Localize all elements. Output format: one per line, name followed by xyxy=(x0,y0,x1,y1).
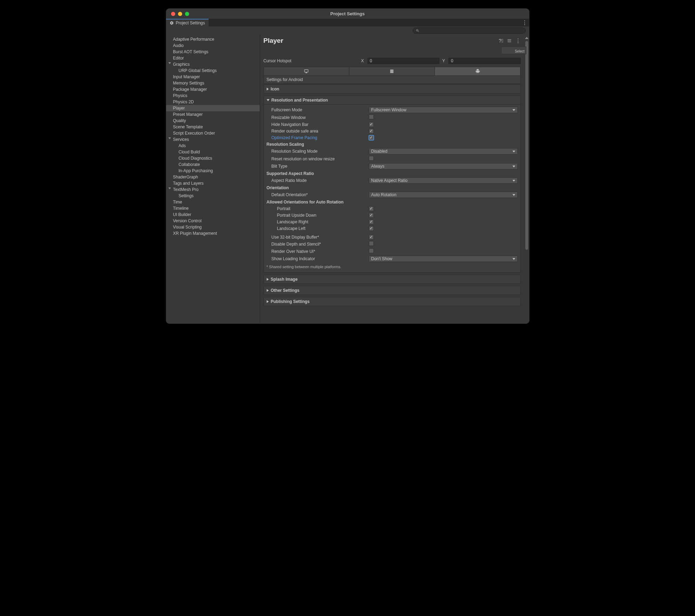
select-box[interactable]: Select xyxy=(501,47,524,54)
sidebar-item-scene-template[interactable]: Scene Template xyxy=(166,124,260,130)
scaling-mode-label: Resolution Scaling Mode xyxy=(272,149,369,154)
help-icon[interactable]: ?⃝ xyxy=(499,38,503,43)
sidebar-item-memory-settings[interactable]: Memory Settings xyxy=(166,80,260,86)
sidebar-item-preset-manager[interactable]: Preset Manager xyxy=(166,111,260,118)
sidebar-item-quality[interactable]: Quality xyxy=(166,118,260,124)
aspect-mode-label: Aspect Ratio Mode xyxy=(272,178,369,183)
render-over-checkbox[interactable] xyxy=(369,248,374,253)
sidebar-item-time[interactable]: Time xyxy=(166,199,260,205)
section-icon[interactable]: Icon xyxy=(264,85,521,94)
disable-depth-label: Disable Depth and Stencil* xyxy=(272,242,369,247)
sidebar-item-physics-2d[interactable]: Physics 2D xyxy=(166,99,260,105)
sidebar-item-textmesh-pro[interactable]: TextMesh Pro xyxy=(166,186,260,193)
sidebar-item-editor[interactable]: Editor xyxy=(166,55,260,61)
land-r-checkbox[interactable] xyxy=(369,219,374,224)
sidebar-item-graphics[interactable]: Graphics xyxy=(166,61,260,67)
sidebar-item-label: Ads xyxy=(179,143,186,148)
disable-depth-checkbox[interactable] xyxy=(369,241,374,246)
sidebar-item-tags-and-layers[interactable]: Tags and Layers xyxy=(166,180,260,186)
section-publishing[interactable]: Publishing Settings xyxy=(264,297,521,306)
scaling-mode-dropdown[interactable]: Disabled xyxy=(369,148,518,154)
res-scaling-header: Resolution Scaling xyxy=(267,142,364,147)
section-other[interactable]: Other Settings xyxy=(264,286,521,295)
use32-checkbox[interactable] xyxy=(369,235,374,240)
reset-res-label: Reset resolution on window resize xyxy=(272,157,369,161)
sidebar-item-xr-plugin-management[interactable]: XR Plugin Management xyxy=(166,230,260,237)
sidebar-item-cloud-build[interactable]: Cloud Build xyxy=(166,149,260,155)
titlebar: Project Settings xyxy=(166,9,529,19)
opt-frame-label: Optimized Frame Pacing xyxy=(272,135,369,140)
zoom-button[interactable] xyxy=(185,12,189,16)
default-orient-label: Default Orientation* xyxy=(272,192,369,197)
sidebar-item-player[interactable]: Player xyxy=(166,105,260,111)
blit-dropdown[interactable]: Always xyxy=(369,163,518,169)
window-title: Project Settings xyxy=(166,11,529,16)
cursor-hotspot-y-input[interactable] xyxy=(448,58,520,64)
render-outside-checkbox[interactable] xyxy=(369,129,374,134)
land-l-checkbox[interactable] xyxy=(369,226,374,231)
section-splash[interactable]: Splash Image xyxy=(264,275,521,284)
sidebar-item-ads[interactable]: Ads xyxy=(166,143,260,149)
caret-right-icon xyxy=(267,278,269,281)
hide-nav-checkbox[interactable] xyxy=(369,122,374,127)
x-label: X xyxy=(361,58,364,63)
y-label: Y xyxy=(442,58,445,63)
sidebar-item-package-manager[interactable]: Package Manager xyxy=(166,86,260,93)
platform-tab-standalone[interactable] xyxy=(264,67,349,76)
sidebar-item-label: UI Builder xyxy=(173,212,192,217)
sidebar-item-burst-aot-settings[interactable]: Burst AOT Settings xyxy=(166,49,260,55)
sidebar-item-visual-scripting[interactable]: Visual Scripting xyxy=(166,224,260,230)
sidebar-item-timeline[interactable]: Timeline xyxy=(166,205,260,211)
sidebar-item-cloud-diagnostics[interactable]: Cloud Diagnostics xyxy=(166,155,260,161)
default-orient-dropdown[interactable]: Auto Rotation xyxy=(369,192,518,198)
cursor-hotspot-label: Cursor Hotspot xyxy=(264,58,359,63)
sidebar-item-label: Time xyxy=(173,200,182,205)
aspect-mode-dropdown[interactable]: Native Aspect Ratio xyxy=(369,177,518,184)
scrollbar[interactable] xyxy=(524,35,529,323)
platform-tab-server[interactable] xyxy=(349,67,435,76)
sidebar-item-shadergraph[interactable]: ShaderGraph xyxy=(166,174,260,180)
reset-res-checkbox[interactable] xyxy=(369,156,374,161)
allowed-orient-header: Allowed Orientations for Auto Rotation xyxy=(267,200,344,205)
android-icon xyxy=(475,69,480,74)
sidebar-item-in-app-purchasing[interactable]: In-App Purchasing xyxy=(166,168,260,174)
sidebar-item-collaborate[interactable]: Collaborate xyxy=(166,161,260,168)
sidebar-item-input-manager[interactable]: Input Manager xyxy=(166,74,260,80)
sidebar-item-label: Services xyxy=(173,137,189,142)
scroll-thumb[interactable] xyxy=(525,41,528,250)
loading-dropdown[interactable]: Don't Show xyxy=(369,256,518,262)
tabbar-menu-icon[interactable]: ⋮ xyxy=(522,19,527,26)
sidebar-item-settings[interactable]: Settings xyxy=(166,193,260,199)
fullscreen-mode-dropdown[interactable]: Fullscreen Window xyxy=(369,107,518,113)
scroll-up-icon[interactable] xyxy=(525,37,528,39)
blit-label: Blit Type xyxy=(272,164,369,169)
tab-project-settings[interactable]: Project Settings xyxy=(166,19,209,26)
minimize-button[interactable] xyxy=(178,12,182,16)
sidebar-item-urp-global-settings[interactable]: URP Global Settings xyxy=(166,67,260,74)
close-button[interactable] xyxy=(171,12,175,16)
portrait-checkbox[interactable] xyxy=(369,206,374,211)
portrait-ud-checkbox[interactable] xyxy=(369,213,374,218)
sidebar-item-audio[interactable]: Audio xyxy=(166,42,260,49)
section-resolution[interactable]: Resolution and Presentation xyxy=(264,96,521,105)
cursor-hotspot-x-input[interactable] xyxy=(367,58,439,64)
sidebar-item-services[interactable]: Services xyxy=(166,136,260,143)
sidebar-item-physics[interactable]: Physics xyxy=(166,93,260,99)
caret-down-icon xyxy=(168,187,171,189)
sidebar-item-script-execution-order[interactable]: Script Execution Order xyxy=(166,130,260,136)
preset-icon[interactable] xyxy=(507,38,512,43)
sidebar-item-label: Burst AOT Settings xyxy=(173,49,209,54)
sidebar-item-adaptive-performance[interactable]: Adaptive Performance xyxy=(166,36,260,42)
search-input[interactable] xyxy=(413,27,526,34)
sidebar-item-label: Memory Settings xyxy=(173,81,204,86)
header-icons: ?⃝ ⋮ xyxy=(499,38,521,44)
sidebar-item-version-control[interactable]: Version Control xyxy=(166,218,260,224)
sidebar-item-label: URP Global Settings xyxy=(179,68,217,73)
platform-tab-android[interactable] xyxy=(435,67,520,76)
caret-right-icon xyxy=(267,289,269,292)
sidebar-item-ui-builder[interactable]: UI Builder xyxy=(166,211,260,218)
panel-menu-icon[interactable]: ⋮ xyxy=(515,38,521,44)
opt-frame-checkbox[interactable] xyxy=(369,135,374,140)
resizable-window-checkbox[interactable] xyxy=(369,114,374,119)
sidebar-item-label: Preset Manager xyxy=(173,112,203,117)
